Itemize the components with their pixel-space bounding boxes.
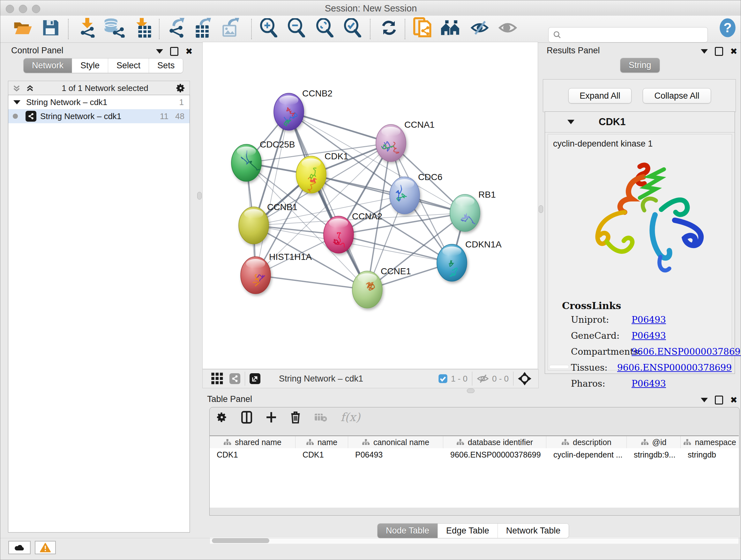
collapse-protein-icon[interactable] xyxy=(567,120,575,124)
column-header-canonical-name[interactable]: canonical name xyxy=(348,436,443,448)
fit-content-crosshair-icon[interactable] xyxy=(518,372,531,385)
results-scrollbar-thumb[interactable] xyxy=(549,365,569,369)
cell-namespace[interactable]: stringdb xyxy=(681,448,739,461)
pharos-link[interactable]: P06493 xyxy=(631,378,666,389)
protein-node-CCNE1[interactable] xyxy=(352,271,382,308)
refresh-view-button[interactable] xyxy=(381,17,397,38)
crosslinks-list: Uniprot:P06493 GeneCard:P06493 Compartme… xyxy=(571,314,732,389)
cell-description[interactable]: cyclin-dependent ... xyxy=(546,448,626,461)
protein-node-CCNB1[interactable] xyxy=(239,207,269,244)
protein-node-HIST1H1A[interactable] xyxy=(241,257,271,294)
tab-style[interactable]: Style xyxy=(72,58,108,73)
left-split-handle[interactable] xyxy=(197,192,202,199)
genecard-link[interactable]: P06493 xyxy=(631,330,666,341)
open-in-browser-icon[interactable] xyxy=(250,373,260,384)
results-panel-tabs: String xyxy=(620,58,660,73)
tissues-link[interactable]: 9606.ENSP00000378699 xyxy=(617,362,732,373)
protein-node-CDC25B[interactable] xyxy=(231,144,261,181)
tab-node-table[interactable]: Node Table xyxy=(378,523,438,538)
table-options-gear-icon[interactable] xyxy=(216,412,227,423)
network-canvas[interactable]: CCNB2CCNA1CDC25BCDK1CDC6RB1CCNB1CCNA2CDK… xyxy=(202,42,538,369)
protein-node-CDKN1A[interactable] xyxy=(437,244,467,281)
protein-card-header[interactable]: CDK1 xyxy=(545,112,735,132)
cell-id[interactable]: stringdb:9... xyxy=(627,448,680,461)
zoom-selected-button[interactable] xyxy=(343,17,362,38)
results-panel-controls: ✖ xyxy=(701,47,738,56)
refresh-icon xyxy=(381,19,397,37)
close-panel-icon[interactable]: ✖ xyxy=(730,48,738,55)
collapse-all-networks-icon[interactable] xyxy=(25,84,35,92)
warnings-button[interactable] xyxy=(35,541,56,554)
show-all-button[interactable] xyxy=(498,17,517,38)
string-view-icon[interactable] xyxy=(229,373,240,384)
tab-network-table[interactable]: Network Table xyxy=(498,523,569,538)
delete-column-trash-icon[interactable] xyxy=(290,411,301,424)
import-network-button[interactable] xyxy=(79,17,97,38)
tree-expand-icon[interactable] xyxy=(13,100,20,105)
duplicate-network-button[interactable] xyxy=(413,17,432,38)
cell-canonical-name[interactable]: P06493 xyxy=(348,448,443,461)
column-header-description[interactable]: description xyxy=(546,436,627,448)
home-view-button[interactable] xyxy=(440,17,461,38)
cloud-status-button[interactable] xyxy=(8,541,30,554)
zoom-in-button[interactable] xyxy=(259,17,278,38)
show-columns-icon[interactable] xyxy=(241,411,253,424)
help-button[interactable]: ? xyxy=(719,17,736,38)
column-header-id[interactable]: @id xyxy=(627,436,681,448)
node-label: CCNA1 xyxy=(404,120,434,130)
float-panel-icon[interactable] xyxy=(170,47,179,56)
export-table-button[interactable] xyxy=(194,17,212,38)
import-database-button[interactable] xyxy=(103,17,125,38)
hide-selected-button[interactable] xyxy=(470,17,489,38)
expand-all-button[interactable]: Expand All xyxy=(568,88,631,104)
collapse-all-button[interactable]: Collapse All xyxy=(643,88,711,104)
protein-node-CDK1[interactable] xyxy=(296,156,326,193)
add-column-icon[interactable] xyxy=(266,411,277,423)
protein-description: cyclin-dependent kinase 1 xyxy=(548,134,732,149)
network-collection-row[interactable]: String Network – cdk1 1 xyxy=(8,95,190,109)
tab-string[interactable]: String xyxy=(620,58,660,72)
network-row[interactable]: String Network – cdk1 11 48 xyxy=(8,109,190,123)
column-header-database-identifier[interactable]: database identifier xyxy=(443,436,546,448)
collapse-panel-icon[interactable] xyxy=(701,49,708,54)
protein-node-RB1[interactable] xyxy=(450,194,480,232)
collapse-panel-icon[interactable] xyxy=(701,398,708,402)
birds-eye-grid-icon[interactable] xyxy=(211,372,224,385)
protein-node-CCNA2[interactable] xyxy=(324,216,354,253)
tab-network[interactable]: Network xyxy=(23,58,72,73)
close-panel-icon[interactable]: ✖ xyxy=(730,396,738,403)
column-header-namespace[interactable]: namespace xyxy=(681,436,739,448)
column-header-shared-name[interactable]: shared name xyxy=(210,436,295,448)
warning-icon xyxy=(40,543,51,552)
protein-node-CCNA1[interactable] xyxy=(376,125,406,162)
open-session-button[interactable] xyxy=(13,17,33,38)
protein-node-CCNB2[interactable] xyxy=(274,93,304,130)
crosslink-label: Tissues: xyxy=(571,362,617,373)
network-options-gear-icon[interactable] xyxy=(176,83,186,93)
zoom-fit-button[interactable] xyxy=(316,17,334,38)
search-input[interactable] xyxy=(564,30,708,40)
network-graph[interactable]: CCNB2CCNA1CDC25BCDK1CDC6RB1CCNB1CCNA2CDK… xyxy=(203,42,538,369)
tab-select[interactable]: Select xyxy=(108,58,149,73)
cell-shared-name[interactable]: CDK1 xyxy=(210,448,295,461)
compartments-link[interactable]: 9606.ENSP00000378699 xyxy=(631,347,741,357)
save-session-button[interactable] xyxy=(42,17,59,38)
import-table-button[interactable] xyxy=(134,17,151,38)
protein-node-CDC6[interactable] xyxy=(390,177,420,214)
cell-database-identifier[interactable]: 9606.ENSP00000378699 xyxy=(443,448,546,461)
tab-sets[interactable]: Sets xyxy=(149,58,183,73)
hidden-eye-icon[interactable] xyxy=(477,374,489,383)
export-network-button[interactable] xyxy=(167,17,185,38)
float-panel-icon[interactable] xyxy=(715,47,723,56)
column-header-name[interactable]: name xyxy=(295,436,348,448)
close-panel-icon[interactable]: ✖ xyxy=(185,48,193,55)
tab-edge-table[interactable]: Edge Table xyxy=(438,523,498,538)
cell-name[interactable]: CDK1 xyxy=(295,448,348,461)
float-panel-icon[interactable] xyxy=(715,395,723,405)
zoom-out-button[interactable] xyxy=(287,17,306,38)
selected-checkbox-icon[interactable] xyxy=(438,374,448,383)
uniprot-link[interactable]: P06493 xyxy=(631,314,666,325)
export-image-button[interactable] xyxy=(220,17,240,38)
expand-all-networks-icon[interactable] xyxy=(12,84,21,92)
collapse-panel-icon[interactable] xyxy=(156,49,163,54)
